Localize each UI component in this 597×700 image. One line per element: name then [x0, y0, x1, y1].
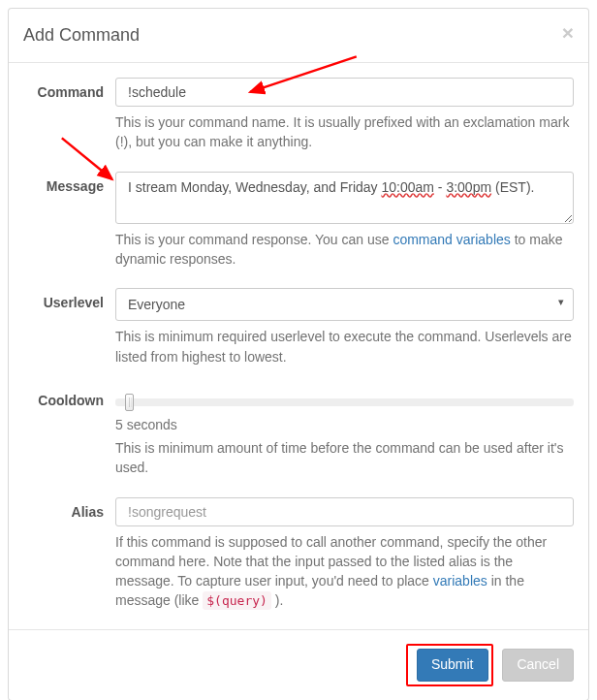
modal-header: Add Command ×	[9, 9, 588, 63]
slider-track	[115, 398, 574, 406]
add-command-modal: Add Command × Command This is your comma…	[8, 8, 589, 700]
cooldown-row: Cooldown 5 seconds This is minimum amoun…	[23, 386, 574, 492]
alias-label: Alias	[23, 497, 115, 625]
modal-footer: Submit Cancel	[9, 629, 588, 700]
alias-code: $(query)	[203, 591, 271, 610]
alias-variables-link[interactable]: variables	[433, 573, 487, 589]
slider-handle[interactable]	[125, 394, 134, 411]
userlevel-help: This is minimum required userlevel to ex…	[115, 327, 574, 366]
command-label: Command	[23, 78, 115, 166]
cooldown-slider[interactable]	[115, 394, 574, 411]
modal-body: Command This is your command name. It is…	[9, 63, 588, 629]
submit-highlight: Submit	[406, 644, 493, 686]
alias-row: Alias If this command is supposed to cal…	[23, 497, 574, 625]
alias-help: If this command is supposed to call anot…	[115, 532, 574, 612]
message-input[interactable]: I stream Monday, Wednesday, and Friday 1…	[115, 172, 574, 224]
alias-input[interactable]	[115, 497, 574, 526]
cooldown-label: Cooldown	[23, 386, 115, 492]
userlevel-label: Userlevel	[23, 288, 115, 380]
command-help: This is your command name. It is usually…	[115, 112, 574, 152]
userlevel-row: Userlevel Everyone This is minimum requi…	[23, 288, 574, 380]
cooldown-help: This is minimum amount of time before th…	[115, 438, 574, 478]
command-input[interactable]	[115, 78, 574, 107]
command-row: Command This is your command name. It is…	[23, 78, 574, 166]
command-variables-link[interactable]: command variables	[393, 232, 510, 247]
close-icon[interactable]: ×	[562, 22, 574, 43]
modal-title: Add Command	[23, 23, 574, 48]
message-label: Message	[23, 172, 115, 283]
cancel-button[interactable]: Cancel	[502, 649, 574, 682]
cooldown-value: 5 seconds	[115, 417, 574, 432]
message-row: Message I stream Monday, Wednesday, and …	[23, 172, 574, 283]
message-help: This is your command response. You can u…	[115, 230, 574, 270]
userlevel-select[interactable]: Everyone	[115, 288, 574, 321]
submit-button[interactable]: Submit	[417, 649, 488, 682]
